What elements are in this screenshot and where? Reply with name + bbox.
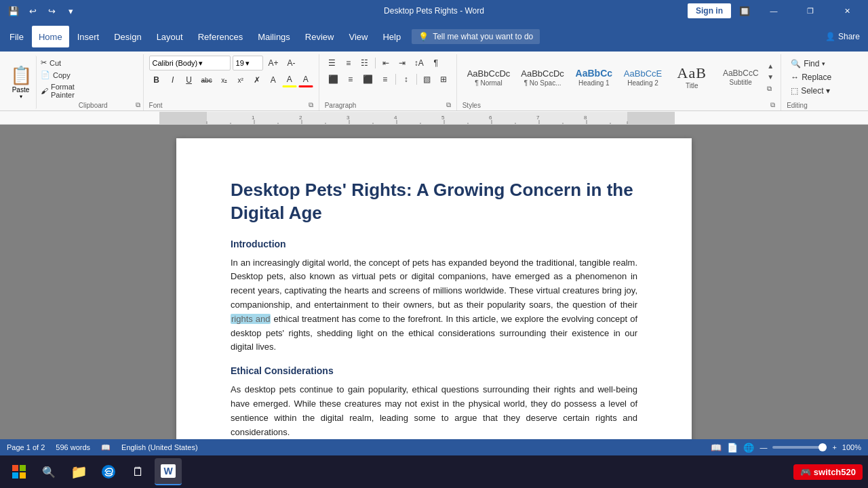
multilevel-btn[interactable]: ☷	[357, 56, 372, 70]
menu-design[interactable]: Design	[107, 26, 148, 47]
select-icon: ⬚	[791, 86, 798, 96]
font-name-select[interactable]: Calibri (Body) ▾	[149, 56, 231, 70]
title-bar: 💾 ↩ ↪ ▾ Desktop Pets Rights - Word Sign …	[0, 0, 868, 22]
paragraph-expand-icon[interactable]: ⧉	[446, 101, 451, 109]
styles-scroll-down[interactable]: ▼	[767, 73, 774, 81]
font-color-button[interactable]: A	[298, 73, 313, 87]
taskbar-right: 🎮 switch520	[793, 464, 863, 480]
svg-text:6: 6	[489, 115, 492, 121]
borders-btn[interactable]: ⊞	[436, 72, 451, 87]
share-button[interactable]: 👤 Share	[820, 29, 865, 44]
font-size-decrease-btn[interactable]: A-	[284, 56, 299, 70]
text-highlight-button[interactable]: A	[282, 73, 297, 87]
read-mode-icon[interactable]: 📖	[711, 443, 722, 453]
style-heading1-label: Heading 1	[578, 79, 610, 87]
style-title[interactable]: AaB Title	[668, 58, 715, 98]
select-button[interactable]: ⬚ Select ▾	[787, 84, 835, 98]
ruler: 1 2 3 4 5 6 7 8	[0, 111, 868, 125]
italic-button[interactable]: I	[165, 73, 180, 87]
show-hide-btn[interactable]: ¶	[429, 56, 443, 70]
font-size-select[interactable]: 19 ▾	[233, 56, 263, 70]
start-btn[interactable]	[5, 458, 33, 485]
style-subtitle[interactable]: AaBbCcC Subtitle	[717, 58, 764, 98]
styles-scroll-up[interactable]: ▲	[767, 62, 774, 70]
menu-layout[interactable]: Layout	[150, 26, 190, 47]
style-heading1[interactable]: AaBbCc Heading 1	[570, 58, 618, 98]
bold-button[interactable]: B	[149, 73, 164, 87]
edge-btn[interactable]	[95, 458, 122, 485]
menu-insert[interactable]: Insert	[71, 26, 106, 47]
style-heading1-preview: AaBbCc	[576, 68, 612, 78]
text-effects-button[interactable]: A	[266, 73, 281, 87]
align-left-btn[interactable]: ⬛	[325, 72, 342, 87]
maximize-btn[interactable]: ❐	[795, 0, 826, 22]
menu-references[interactable]: References	[191, 26, 250, 47]
subscript-button[interactable]: x₂	[217, 73, 232, 87]
styles-expand[interactable]: ⧉	[767, 85, 774, 93]
font-expand-icon[interactable]: ⧉	[309, 101, 313, 109]
underline-button[interactable]: U	[182, 73, 197, 87]
styles-expand-icon[interactable]: ⧉	[770, 101, 775, 109]
style-no-spacing[interactable]: AaBbCcDc ¶ No Spac...	[516, 58, 569, 98]
tell-me-bar[interactable]: 💡 Tell me what you want to do	[412, 29, 540, 44]
clipboard-expand-icon[interactable]: ⧉	[136, 101, 140, 109]
cut-button[interactable]: ✂ Cut	[38, 57, 77, 68]
more-quick-btn[interactable]: ▾	[62, 3, 79, 19]
justify-btn[interactable]: ≡	[378, 72, 393, 87]
find-button[interactable]: 🔍 Find ▾	[787, 57, 835, 70]
styles-scroll-buttons[interactable]: ▲ ▼ ⧉	[766, 58, 775, 98]
menu-view[interactable]: View	[342, 26, 374, 47]
format-painter-button[interactable]: 🖌 Format Painter	[38, 81, 77, 100]
style-heading2[interactable]: AaBbCcE Heading 2	[619, 58, 667, 98]
editing-group-label: Editing	[787, 102, 808, 109]
copy-button[interactable]: 📄 Copy	[38, 69, 77, 81]
clear-format-button[interactable]: ✗	[250, 73, 264, 87]
menu-home[interactable]: Home	[32, 26, 69, 47]
redo-quick-btn[interactable]: ↪	[43, 3, 60, 19]
zoom-minus-btn[interactable]: —	[760, 443, 767, 451]
highlight-text: rights and	[231, 314, 271, 324]
shading-btn[interactable]: ▧	[420, 72, 435, 87]
paste-button[interactable]: 📋 Paste ▾	[5, 56, 37, 109]
align-center-btn[interactable]: ≡	[343, 72, 358, 87]
print-layout-icon[interactable]: 📄	[727, 443, 738, 453]
zoom-plus-btn[interactable]: +	[832, 443, 836, 451]
line-spacing-btn[interactable]: ↕	[399, 72, 414, 87]
minimize-btn[interactable]: —	[758, 0, 789, 22]
superscript-button[interactable]: x²	[233, 73, 248, 87]
close-btn[interactable]: ✕	[831, 0, 863, 22]
svg-text:8: 8	[584, 115, 587, 121]
zoom-slider[interactable]	[772, 446, 827, 449]
save-quick-btn[interactable]: 💾	[5, 3, 22, 19]
language[interactable]: English (United States)	[121, 443, 198, 451]
search-taskbar-btn[interactable]: 🔍	[35, 458, 62, 485]
align-right-btn[interactable]: ⬛	[359, 72, 376, 87]
menu-help[interactable]: Help	[376, 26, 408, 47]
word-taskbar-btn[interactable]: W	[155, 458, 182, 485]
replace-button[interactable]: ↔ Replace	[787, 70, 835, 84]
document-area[interactable]: Desktop Pets' Rights: A Growing Concern …	[0, 125, 868, 439]
notes-btn[interactable]: 🗒	[125, 458, 152, 485]
style-normal[interactable]: AaBbCcDc ¶ Normal	[462, 58, 515, 98]
file-explorer-btn[interactable]: 📁	[65, 458, 92, 485]
font-size-increase-btn[interactable]: A+	[265, 56, 282, 70]
sign-in-button[interactable]: Sign in	[688, 3, 731, 18]
menu-mailings[interactable]: Mailings	[251, 26, 297, 47]
document-title: Desktop Pets' Rights: A Growing Concern …	[231, 179, 637, 225]
bullets-btn[interactable]: ☰	[325, 56, 340, 70]
app-title: Desktop Pets Rights - Word	[384, 6, 484, 16]
ribbon-display-btn[interactable]: 🔲	[736, 3, 753, 19]
decrease-indent-btn[interactable]: ⇤	[378, 56, 393, 70]
ribbon: 📋 Paste ▾ ✂ Cut 📄 Copy 🖌 Format Painter …	[0, 52, 868, 111]
increase-indent-btn[interactable]: ⇥	[395, 56, 410, 70]
styles-gallery: AaBbCcDc ¶ Normal AaBbCcDc ¶ No Spac... …	[462, 58, 765, 98]
sort-btn[interactable]: ↕A	[411, 56, 427, 70]
menu-file[interactable]: File	[3, 26, 31, 47]
proofing-icon[interactable]: 📖	[101, 443, 111, 452]
font-size-arrow: ▾	[245, 59, 250, 68]
menu-review[interactable]: Review	[298, 26, 341, 47]
undo-quick-btn[interactable]: ↩	[24, 3, 41, 19]
strikethrough-button[interactable]: abc	[198, 73, 216, 87]
numbering-btn[interactable]: ≡	[341, 56, 356, 70]
web-layout-icon[interactable]: 🌐	[743, 443, 754, 453]
